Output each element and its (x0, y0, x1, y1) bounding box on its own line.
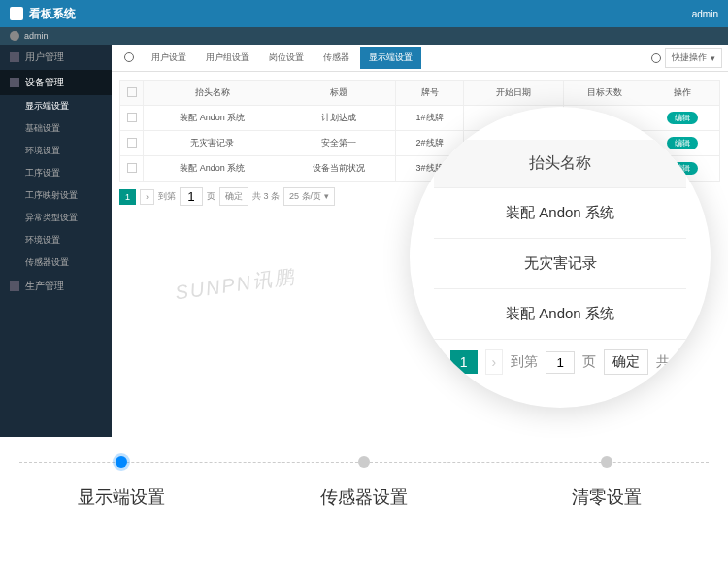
edit-button[interactable]: 编辑 (667, 112, 698, 124)
th-tag: 牌号 (396, 81, 463, 106)
production-icon (10, 282, 19, 291)
zoom-row: 装配 Andon 系统 (434, 289, 686, 340)
zoom-page-input[interactable] (546, 351, 575, 374)
edit-button[interactable]: 编辑 (667, 137, 698, 149)
sidebar-sub-exception[interactable]: 异常类型设置 (0, 207, 112, 229)
avatar-icon (10, 31, 19, 41)
tab-display-set[interactable]: 显示端设置 (360, 47, 421, 69)
device-icon (10, 78, 19, 87)
home-icon (124, 52, 134, 62)
sidebar: 用户管理 设备管理 显示端设置 基础设置 环境设置 工序设置 工序映射设置 异常… (0, 45, 112, 437)
step-label-2: 传感器设置 (244, 485, 484, 509)
step-label-3: 清零设置 (486, 485, 727, 509)
th-date: 开始日期 (463, 81, 563, 106)
step-dot-3[interactable] (601, 456, 612, 468)
sidebar-sub-process[interactable]: 工序设置 (0, 162, 112, 184)
tab-post-set[interactable]: 岗位设置 (260, 47, 313, 69)
zoom-row: 装配 Andon 系统 (434, 188, 686, 239)
userbar: admin (0, 27, 728, 45)
page-input[interactable] (180, 187, 203, 206)
zoom-page-next[interactable]: › (485, 349, 504, 375)
user-icon (10, 52, 19, 62)
th-title: 标题 (281, 81, 396, 106)
sidebar-sub-sensor[interactable]: 传感器设置 (0, 251, 112, 274)
sidebar-sub-process-map[interactable]: 工序映射设置 (0, 184, 112, 207)
th-days: 目标天数 (563, 81, 645, 106)
tab-sensor[interactable]: 传感器 (314, 47, 358, 69)
sidebar-sub-display[interactable]: 显示端设置 (0, 95, 112, 117)
sidebar-item-device[interactable]: 设备管理 (0, 70, 112, 95)
sidebar-item-production[interactable]: 生产管理 (0, 274, 112, 299)
refresh-icon[interactable] (651, 53, 661, 63)
page-current[interactable]: 1 (119, 189, 136, 205)
page-size[interactable]: 25 条/页 ▾ (283, 187, 335, 206)
steps-indicator: 显示端设置 传感器设置 清零设置 (0, 456, 728, 509)
topbar-user[interactable]: admin (692, 9, 718, 19)
th-name: 抬头名称 (144, 81, 281, 106)
checkbox[interactable] (127, 113, 137, 122)
zoom-preview: 抬头名称 装配 Andon 系统 无灾害记录 装配 Andon 系统 1 › 到… (410, 107, 711, 408)
checkbox[interactable] (127, 163, 137, 173)
tab-home[interactable] (117, 48, 141, 69)
sidebar-sub-env2[interactable]: 环境设置 (0, 229, 112, 251)
step-dot-2[interactable] (358, 456, 370, 468)
step-label-1: 显示端设置 (1, 485, 242, 509)
zoom-page-confirm[interactable]: 确定 (604, 349, 648, 375)
checkbox-all[interactable] (127, 87, 137, 97)
page-confirm[interactable]: 确定 (219, 187, 248, 206)
tabbar: 用户设置 用户组设置 岗位设置 传感器 显示端设置 快捷操作 ▾ (112, 45, 728, 72)
sidebar-item-users[interactable]: 用户管理 (0, 45, 112, 70)
tab-usergroup-set[interactable]: 用户组设置 (197, 47, 258, 69)
logo-icon (10, 7, 23, 20)
step-dot-1[interactable] (116, 456, 127, 468)
topbar: 看板系统 admin (0, 0, 728, 27)
userbar-name: admin (24, 31, 49, 41)
zoom-row: 无灾害记录 (434, 239, 686, 289)
quick-ops-button[interactable]: 快捷操作 ▾ (665, 48, 722, 68)
th-op: 操作 (645, 81, 720, 106)
app-title: 看板系统 (29, 6, 76, 22)
sidebar-sub-basic[interactable]: 基础设置 (0, 117, 112, 140)
tab-user-set[interactable]: 用户设置 (143, 47, 195, 69)
page-next[interactable]: › (140, 189, 154, 205)
checkbox[interactable] (127, 138, 137, 148)
zoom-header: 抬头名称 (434, 140, 686, 188)
sidebar-sub-env[interactable]: 环境设置 (0, 140, 112, 162)
